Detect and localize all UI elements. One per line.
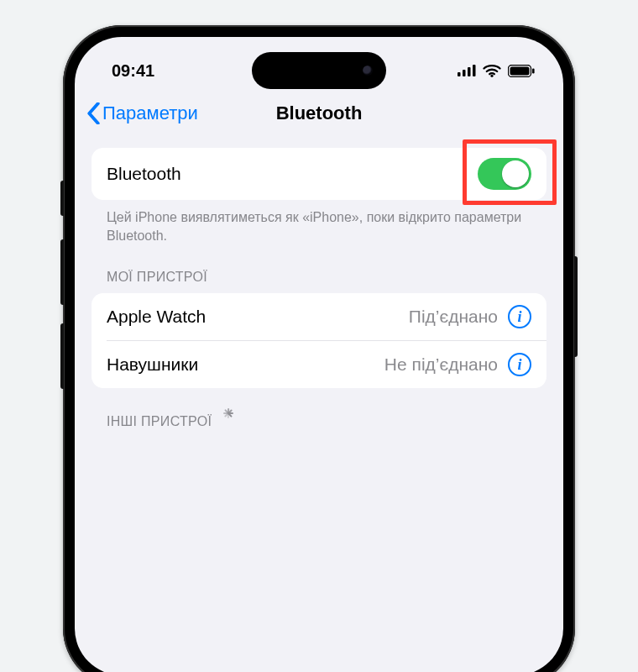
device-status: Під’єднано: [409, 307, 498, 327]
bluetooth-toggle[interactable]: [478, 158, 531, 190]
svg-rect-6: [510, 66, 530, 75]
other-devices-header: ІНШІ ПРИСТРОЇ: [92, 388, 546, 438]
device-status: Не під’єднано: [384, 354, 498, 375]
back-label: Параметри: [102, 102, 198, 124]
device-name: Навушники: [107, 354, 198, 375]
info-icon[interactable]: i: [508, 353, 531, 376]
cellular-icon: [458, 65, 476, 76]
bluetooth-label: Bluetooth: [107, 164, 181, 184]
battery-icon: [508, 65, 535, 77]
wifi-icon: [483, 64, 501, 77]
volume-down-button: [60, 323, 64, 389]
nav-bar: Параметри Bluetooth: [75, 87, 563, 133]
dynamic-island: [252, 52, 386, 89]
status-time: 09:41: [112, 61, 154, 81]
my-devices-header: МОЇ ПРИСТРОЇ: [92, 244, 546, 293]
bluetooth-toggle-row[interactable]: Bluetooth: [92, 148, 546, 200]
phone-frame: 09:41 Параметри Bluetooth: [63, 25, 575, 672]
svg-rect-1: [463, 70, 466, 76]
svg-rect-2: [468, 67, 471, 76]
info-icon[interactable]: i: [508, 305, 531, 328]
mute-switch: [60, 181, 64, 216]
svg-rect-0: [458, 72, 461, 76]
bluetooth-toggle-card: Bluetooth: [92, 148, 546, 200]
screen: 09:41 Параметри Bluetooth: [75, 37, 563, 672]
chevron-left-icon: [86, 102, 101, 124]
my-devices-list: Apple Watch Під’єднано i Навушники Не пі…: [92, 293, 546, 388]
device-row[interactable]: Навушники Не під’єднано i: [92, 341, 546, 388]
svg-point-4: [490, 75, 493, 77]
device-name: Apple Watch: [107, 307, 206, 327]
side-button: [574, 256, 578, 357]
svg-rect-3: [473, 65, 476, 76]
spinner-icon: [220, 413, 237, 430]
back-button[interactable]: Параметри: [86, 102, 198, 124]
volume-up-button: [60, 239, 64, 305]
discoverable-note: Цей iPhone виявлятиметься як «iPhone», п…: [92, 200, 546, 244]
svg-rect-7: [532, 68, 535, 73]
device-row[interactable]: Apple Watch Під’єднано i: [92, 293, 546, 340]
